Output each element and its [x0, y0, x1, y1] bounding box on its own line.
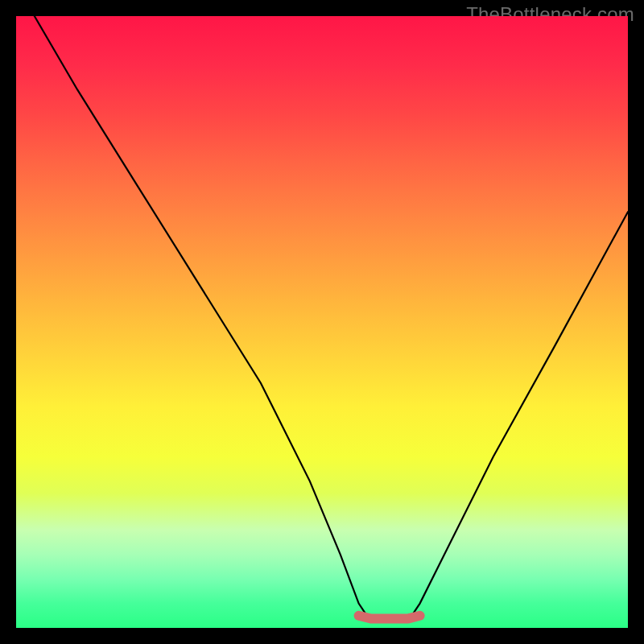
main-curve-path — [35, 16, 628, 621]
highlight-flat-path — [359, 616, 420, 619]
chart-frame: TheBottleneck.com — [0, 0, 644, 644]
curve-svg — [16, 16, 628, 628]
plot-area — [16, 16, 628, 628]
